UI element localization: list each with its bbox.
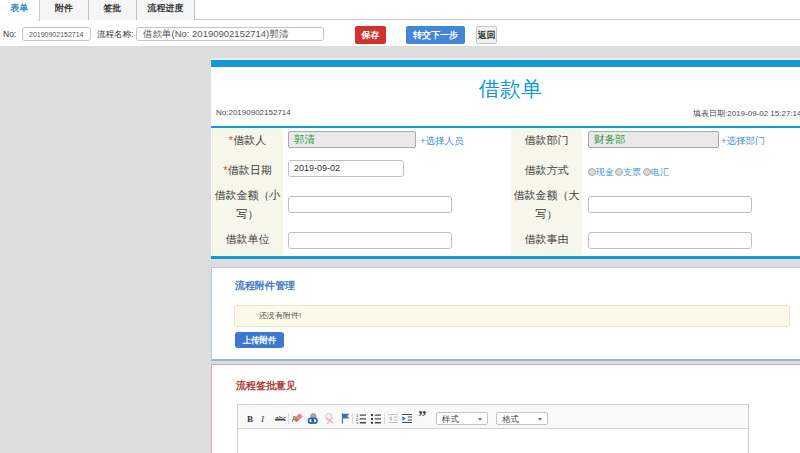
svg-text:3: 3 xyxy=(356,421,359,424)
